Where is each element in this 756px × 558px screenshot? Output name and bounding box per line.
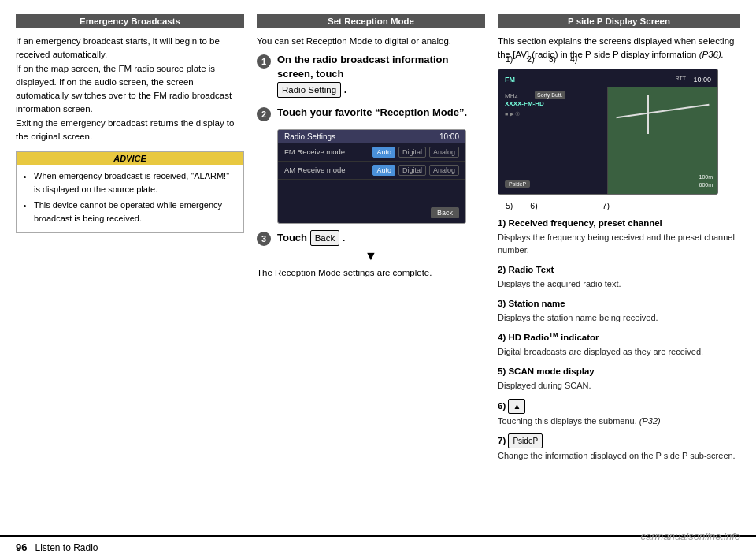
step3-text: Touch Back . bbox=[277, 230, 345, 246]
pside-header: P side P Display Screen bbox=[498, 14, 740, 28]
label-6: 6) bbox=[530, 201, 537, 210]
radio-setting-btn[interactable]: Radio Setting bbox=[277, 82, 341, 98]
sorty-label: Sorty Butt. bbox=[535, 91, 565, 99]
road-h bbox=[616, 103, 709, 118]
reception-intro: You can set Reception Mode to digital or… bbox=[257, 35, 485, 48]
rs-opt-digital-fm[interactable]: Digital bbox=[398, 147, 426, 158]
rs-title-bar: Radio Settings 10:00 bbox=[278, 130, 465, 143]
reception-header: Set Reception Mode bbox=[257, 14, 485, 28]
main-content: Emergency Broadcasts If an emergency bro… bbox=[0, 0, 756, 535]
page-title: Listen to Radio bbox=[35, 542, 98, 553]
desc-item-6: 6) ▲ Touching this displays the submenu.… bbox=[498, 399, 740, 428]
page-container: Emergency Broadcasts If an emergency bro… bbox=[0, 0, 756, 558]
rs-time: 10:00 bbox=[439, 132, 459, 141]
col-right: P side P Display Screen This section exp… bbox=[498, 14, 740, 527]
map-area: 600m 100m bbox=[607, 87, 717, 194]
radio-settings-screen: Radio Settings 10:00 FM Receive mode Aut… bbox=[277, 129, 466, 224]
desc-item-3: 3) Station name Displays the station nam… bbox=[498, 297, 740, 325]
complete-text: The Reception Mode settings are complete… bbox=[257, 268, 485, 277]
step3-num: 3 bbox=[257, 232, 271, 246]
pside-screen: FM 10:00 600m 100m MHz XXXX-FM-HD ■ ▶ ② bbox=[498, 69, 718, 195]
rs-opt-analog-fm[interactable]: Analog bbox=[429, 147, 459, 158]
screen-fm-label: FM bbox=[505, 76, 515, 84]
rs-row-2: AM Receive mode Auto Digital Analog bbox=[278, 162, 465, 180]
page-number: 96 bbox=[16, 541, 27, 553]
desc-item-2: 2) Radio Text Displays the acquired radi… bbox=[498, 263, 740, 291]
rs-label-fm: FM Receive mode bbox=[284, 147, 372, 156]
screen-clock: 10:00 bbox=[693, 76, 711, 84]
desc-list: 1) Received frequency, preset channel Di… bbox=[498, 217, 740, 463]
label-2: 2) bbox=[527, 54, 534, 64]
desc-item-7: 7) PsideP Change the information display… bbox=[498, 433, 740, 463]
advice-header: ADVICE bbox=[17, 152, 243, 165]
advice-content: When emergency broadcast is received, "A… bbox=[17, 165, 243, 232]
rs-options-am: Auto Digital Analog bbox=[372, 165, 459, 176]
advice-item-2: This device cannot be operated while eme… bbox=[34, 199, 237, 225]
label-3: 3) bbox=[549, 54, 556, 64]
screen-labels-bottom: 5) 6) 7) bbox=[506, 201, 610, 210]
rs-opt-digital-am[interactable]: Digital bbox=[398, 165, 426, 176]
rs-row-1: FM Receive mode Auto Digital Analog bbox=[278, 143, 465, 162]
rs-options-fm: Auto Digital Analog bbox=[372, 147, 459, 158]
advice-item-1: When emergency broadcast is received, "A… bbox=[34, 169, 237, 195]
step1-block: 1 On the radio broadcast information scr… bbox=[257, 53, 485, 97]
rtt-label: RTT bbox=[676, 76, 686, 81]
dist-600: 600m bbox=[699, 182, 713, 188]
label-5: 5) bbox=[506, 201, 513, 210]
dist-100: 100m bbox=[699, 174, 713, 180]
arrow-down: ▼ bbox=[257, 249, 485, 263]
step1-text: On the radio broadcast information scree… bbox=[277, 53, 485, 97]
screen-station-id: XXXX-FM-HD bbox=[505, 100, 544, 107]
step3-block: 3 Touch Back . ▼ The Reception Mode sett… bbox=[257, 230, 485, 277]
info-panel: MHz XXXX-FM-HD ■ ▶ ② PsideP bbox=[498, 87, 607, 194]
rs-opt-auto-fm[interactable]: Auto bbox=[372, 147, 395, 158]
col-middle: Set Reception Mode You can set Reception… bbox=[257, 14, 485, 527]
col-left: Emergency Broadcasts If an emergency bro… bbox=[16, 14, 244, 527]
label-1: 1) bbox=[506, 54, 513, 64]
pside-p-btn[interactable]: PsideP bbox=[508, 433, 543, 448]
rs-opt-analog-am[interactable]: Analog bbox=[429, 165, 459, 176]
road-v bbox=[647, 95, 649, 134]
rs-label-am: AM Receive mode bbox=[284, 166, 372, 174]
screen-labels-top: 1) 2) 3) 4) bbox=[506, 54, 577, 64]
step1-num: 1 bbox=[257, 54, 271, 69]
screen-mhz: MHz bbox=[505, 92, 517, 99]
rs-title: Radio Settings bbox=[284, 132, 335, 141]
step2-text: Touch your favorite “Reception Mode”. bbox=[277, 106, 467, 120]
screen-pside-btn[interactable]: PsideP bbox=[505, 180, 530, 188]
screen-area: 1) 2) 3) 4) FM 10:00 600m 100m bbox=[498, 69, 740, 195]
step3-row: 3 Touch Back . bbox=[257, 230, 485, 246]
watermark: carmanualsonline.info bbox=[641, 530, 740, 542]
advice-box: ADVICE When emergency broadcast is recei… bbox=[16, 151, 244, 233]
rs-back-btn[interactable]: Back bbox=[431, 207, 459, 218]
desc-item-4: 4) HD RadioTM indicator Digital broadcas… bbox=[498, 330, 740, 359]
submenu-btn[interactable]: ▲ bbox=[508, 399, 525, 414]
step2-block: 2 Touch your favorite “Reception Mode”. bbox=[257, 106, 485, 121]
rs-opt-auto-am[interactable]: Auto bbox=[372, 165, 395, 176]
label-7: 7) bbox=[602, 201, 610, 210]
emergency-header: Emergency Broadcasts bbox=[16, 14, 244, 28]
label-4: 4) bbox=[570, 54, 577, 64]
screen-icons-row: ■ ▶ ② bbox=[505, 111, 520, 117]
step2-num: 2 bbox=[257, 107, 271, 121]
emergency-body: If an emergency broadcast starts, it wil… bbox=[16, 35, 244, 143]
desc-item-5: 5) SCAN mode display Displayed during SC… bbox=[498, 365, 740, 392]
desc-item-1: 1) Received frequency, preset channel Di… bbox=[498, 217, 740, 257]
back-btn[interactable]: Back bbox=[310, 230, 340, 246]
